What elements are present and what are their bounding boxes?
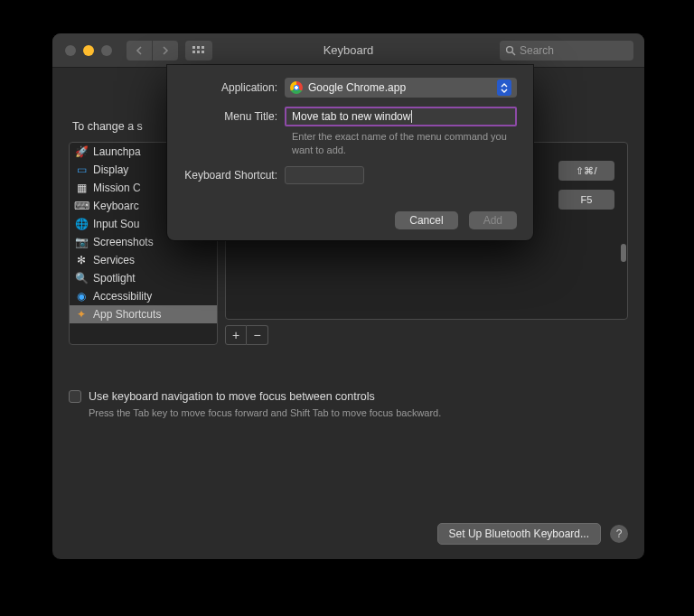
setup-bluetooth-button[interactable]: Set Up Bluetooth Keyboard... bbox=[437, 523, 601, 545]
menu-title-row: Menu Title: Move tab to new window bbox=[174, 107, 517, 126]
keyboard-nav-checkbox[interactable] bbox=[69, 390, 81, 403]
application-label: Application: bbox=[174, 81, 285, 94]
launchpad-icon: 🚀 bbox=[75, 145, 88, 158]
keyboard-nav-label: Use keyboard navigation to move focus be… bbox=[89, 390, 375, 403]
add-button[interactable]: Add bbox=[469, 211, 517, 229]
help-button[interactable]: ? bbox=[610, 525, 628, 543]
zoom-window-button[interactable] bbox=[101, 45, 112, 56]
chevron-left-icon bbox=[136, 46, 143, 55]
search-field[interactable]: Search bbox=[500, 41, 633, 61]
keyboard-nav-row: Use keyboard navigation to move focus be… bbox=[69, 390, 628, 403]
close-window-button[interactable] bbox=[65, 45, 76, 56]
svg-rect-3 bbox=[192, 51, 195, 53]
svg-rect-2 bbox=[202, 46, 204, 49]
svg-point-6 bbox=[507, 46, 513, 52]
remove-shortcut-button[interactable]: − bbox=[247, 325, 268, 345]
shortcut-cell-2[interactable]: F5 bbox=[558, 190, 614, 210]
sidebar-item-services[interactable]: ✻Services bbox=[70, 251, 217, 269]
app-icon: ✦ bbox=[75, 308, 88, 321]
camera-icon: 📷 bbox=[75, 236, 88, 248]
shortcut-row: Keyboard Shortcut: bbox=[174, 166, 517, 184]
select-arrows-icon bbox=[497, 79, 511, 96]
application-select[interactable]: Google Chrome.app bbox=[285, 78, 517, 98]
mission-icon: ▦ bbox=[75, 182, 88, 194]
menu-title-input[interactable]: Move tab to new window bbox=[285, 107, 517, 126]
gear-icon: ✻ bbox=[75, 254, 88, 266]
sidebar-item-app-shortcuts[interactable]: ✦App Shortcuts bbox=[70, 305, 217, 323]
search-icon bbox=[505, 45, 516, 56]
add-shortcut-button[interactable]: + bbox=[225, 325, 247, 345]
svg-rect-4 bbox=[197, 51, 200, 53]
shortcut-values: ⇧⌘/ F5 bbox=[558, 161, 614, 210]
keyboard-nav-hint: Press the Tab key to move focus forward … bbox=[89, 407, 628, 418]
titlebar: Keyboard Search bbox=[52, 33, 644, 68]
sheet-buttons: Cancel Add bbox=[395, 211, 517, 229]
svg-rect-0 bbox=[192, 46, 195, 49]
display-icon: ▭ bbox=[75, 163, 88, 176]
chrome-icon bbox=[290, 81, 303, 94]
svg-rect-1 bbox=[197, 46, 200, 49]
svg-line-7 bbox=[512, 52, 515, 55]
sidebar-item-accessibility[interactable]: ◉Accessibility bbox=[70, 287, 217, 305]
accessibility-icon: ◉ bbox=[75, 290, 88, 303]
shortcut-label: Keyboard Shortcut: bbox=[174, 169, 285, 182]
menu-title-value: Move tab to new window bbox=[292, 110, 410, 123]
minimize-window-button[interactable] bbox=[83, 45, 94, 56]
search-placeholder: Search bbox=[520, 44, 554, 57]
chevron-right-icon bbox=[162, 46, 169, 55]
menu-title-hint: Enter the exact name of the menu command… bbox=[292, 130, 517, 157]
shortcut-input[interactable] bbox=[285, 166, 364, 184]
application-row: Application: Google Chrome.app bbox=[174, 78, 517, 98]
scroll-thumb[interactable] bbox=[621, 244, 626, 262]
show-all-button[interactable] bbox=[185, 41, 212, 61]
sidebar-item-spotlight[interactable]: 🔍Spotlight bbox=[70, 269, 217, 287]
back-button[interactable] bbox=[127, 41, 152, 61]
shortcut-cell-1[interactable]: ⇧⌘/ bbox=[558, 161, 614, 181]
add-remove-bar: + − bbox=[225, 325, 628, 345]
text-cursor bbox=[411, 110, 412, 123]
add-shortcut-sheet: Application: Google Chrome.app Menu Titl… bbox=[167, 65, 533, 240]
cancel-button[interactable]: Cancel bbox=[395, 211, 457, 229]
spotlight-icon: 🔍 bbox=[75, 272, 88, 285]
footer: Set Up Bluetooth Keyboard... ? bbox=[69, 509, 628, 545]
svg-rect-5 bbox=[202, 51, 204, 53]
nav-buttons bbox=[127, 41, 178, 61]
menu-title-label: Menu Title: bbox=[174, 110, 285, 123]
application-value: Google Chrome.app bbox=[308, 81, 406, 94]
input-icon: 🌐 bbox=[75, 218, 88, 230]
keyboard-icon: ⌨ bbox=[75, 200, 88, 212]
grid-icon bbox=[192, 46, 205, 55]
scrollbar[interactable] bbox=[619, 143, 628, 319]
forward-button[interactable] bbox=[153, 41, 178, 61]
traffic-lights bbox=[65, 45, 112, 56]
